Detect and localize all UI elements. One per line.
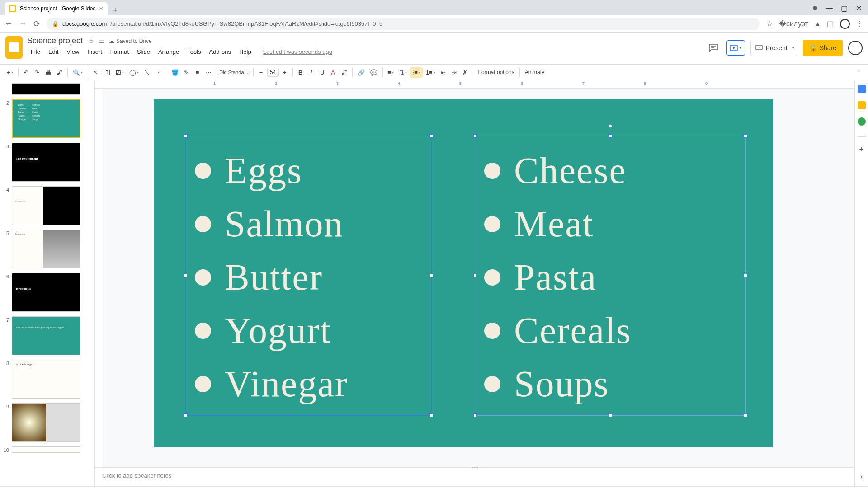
numbered-list[interactable]: 1≡ [424, 67, 438, 78]
bookmark-icon[interactable]: ☆ [766, 19, 773, 28]
menu-addons[interactable]: Add-ons [206, 47, 235, 57]
share-button[interactable]: 🔒 Share [803, 40, 843, 56]
list-item[interactable]: Cereals [514, 310, 632, 352]
collapse-toolbar[interactable]: ˆ [854, 67, 863, 78]
last-edit-link[interactable]: Last edit was seconds ago [259, 47, 336, 57]
list-item[interactable]: Pasta [514, 256, 597, 299]
animate-button[interactable]: Animate [523, 67, 547, 77]
chrome-menu-icon[interactable]: ⋮ [856, 19, 863, 28]
resize-handle[interactable] [184, 274, 188, 277]
indent-decrease[interactable]: ⇤ [439, 67, 448, 78]
new-slide-button[interactable]: + [5, 67, 15, 78]
select-tool[interactable]: ↖ [91, 67, 101, 78]
clear-formatting[interactable]: ✗ [460, 67, 470, 78]
slide-thumb-5[interactable]: Procedure [12, 230, 80, 268]
indent-increase[interactable]: ⇥ [449, 67, 459, 78]
comments-button[interactable] [706, 40, 721, 56]
menu-view[interactable]: View [63, 47, 83, 57]
close-tab-icon[interactable]: × [99, 5, 103, 12]
speaker-notes[interactable]: Click to add speaker notes [95, 467, 854, 486]
paint-format-button[interactable]: 🖌 [54, 67, 65, 78]
browser-tab[interactable]: Science project - Google Slides × [5, 2, 108, 15]
list-item[interactable]: Salmon [225, 203, 344, 245]
list-item[interactable]: Meat [514, 203, 594, 245]
list-item[interactable]: Yogurt [225, 310, 331, 352]
slide-thumb-3[interactable]: The Experiment [12, 143, 80, 182]
minimize-icon[interactable]: — [826, 4, 833, 13]
calendar-icon[interactable] [858, 85, 866, 93]
format-options-button[interactable]: Format options [476, 67, 517, 77]
url-field[interactable]: 🔒 docs.google.com/presentation/d/1mxVIyQ… [47, 18, 760, 30]
slide-thumb-9[interactable] [12, 403, 80, 442]
font-size-input[interactable]: 54 [267, 68, 279, 77]
add-panel-icon[interactable]: + [859, 145, 864, 155]
move-icon[interactable]: ▭ [99, 38, 104, 45]
italic-button[interactable]: I [307, 67, 316, 78]
bulleted-list[interactable]: ⁝≡ [410, 67, 423, 78]
line-tool[interactable]: ＼ [142, 66, 152, 78]
resize-handle[interactable] [429, 274, 433, 277]
fill-color[interactable]: 🪣 [169, 67, 181, 78]
list-item[interactable]: Soups [514, 363, 609, 405]
text-color[interactable]: A [328, 67, 338, 78]
menu-arrange[interactable]: Arrange [155, 47, 183, 57]
slides-logo-icon[interactable] [5, 36, 23, 59]
current-slide[interactable]: Eggs Salmon Butter Yogurt Vinegar [154, 99, 773, 447]
account-dot-icon[interactable] [813, 6, 817, 10]
ruler-horizontal[interactable]: 1 2 3 4 5 6 7 8 9 [95, 80, 854, 89]
resize-handle[interactable] [473, 274, 477, 277]
close-window-icon[interactable]: ✕ [856, 4, 862, 13]
list-item[interactable]: Vinegar [225, 363, 348, 405]
extensions-icon[interactable]: �силуэт [779, 19, 808, 28]
resize-handle[interactable] [429, 413, 433, 417]
slide-thumb-1[interactable] [12, 83, 80, 95]
textbox-tool[interactable]: 🅃 [102, 67, 112, 78]
font-family-select[interactable]: Old Standa... [220, 68, 250, 77]
textbox-left[interactable]: Eggs Salmon Butter Yogurt Vinegar [185, 136, 432, 416]
menu-file[interactable]: File [27, 47, 44, 57]
image-tool[interactable]: 🖼 [113, 67, 126, 78]
print-button[interactable]: 🖶 [43, 67, 53, 78]
line-menu[interactable] [153, 69, 163, 76]
present-button[interactable]: Present ▾ [750, 40, 797, 56]
menu-insert[interactable]: Insert [84, 47, 106, 57]
profile-avatar[interactable] [840, 19, 850, 29]
slide-thumb-10[interactable] [12, 446, 80, 453]
save-status[interactable]: ☁Saved to Drive [109, 38, 152, 44]
font-size-decrease[interactable]: − [256, 67, 266, 78]
list-item[interactable]: Eggs [225, 150, 302, 192]
textbox-right[interactable]: Cheese Meat Pasta Cereals Soups [475, 136, 746, 416]
document-title[interactable]: Science project [27, 36, 83, 46]
resize-handle[interactable] [184, 134, 188, 138]
slide-thumb-8[interactable]: Hypothesis support [12, 360, 80, 399]
undo-button[interactable]: ↶ [21, 67, 31, 78]
underline-button[interactable]: U [317, 67, 327, 78]
new-tab-button[interactable]: + [108, 6, 123, 15]
filmstrip[interactable]: 2 EggsSalmonButterYogurtVinegarCheeseMea… [0, 80, 95, 486]
list-item[interactable]: Butter [225, 256, 323, 299]
hide-panel-icon[interactable]: › [860, 473, 863, 481]
slide-thumb-2[interactable]: EggsSalmonButterYogurtVinegarCheeseMeatP… [12, 99, 80, 138]
keep-icon[interactable] [858, 101, 866, 109]
resize-handle[interactable] [429, 134, 433, 138]
menu-edit[interactable]: Edit [45, 47, 62, 57]
resize-handle[interactable] [473, 413, 477, 417]
resize-handle[interactable] [744, 274, 747, 277]
insert-comment[interactable]: 💬 [368, 67, 380, 78]
resize-handle[interactable] [184, 413, 188, 417]
insert-link[interactable]: 🔗 [355, 67, 367, 78]
zoom-button[interactable]: 🔍 [71, 67, 85, 78]
line-spacing[interactable]: ⇅ [397, 67, 409, 78]
border-color[interactable]: ✎ [182, 67, 192, 78]
resize-handle[interactable] [744, 134, 747, 138]
notes-resize-handle[interactable] [468, 467, 481, 469]
resize-handle[interactable] [609, 413, 612, 417]
reload-icon[interactable]: ⟳ [33, 19, 40, 29]
slideshow-dropdown[interactable]: ▾ [726, 40, 745, 56]
slide-thumb-4[interactable]: Materials [12, 186, 80, 225]
list-item[interactable]: Cheese [514, 150, 627, 192]
align-button[interactable]: ≡ [386, 67, 396, 78]
cast-icon[interactable]: ▲ [815, 20, 821, 27]
menu-help[interactable]: Help [236, 47, 255, 57]
rotate-handle[interactable] [609, 124, 612, 128]
